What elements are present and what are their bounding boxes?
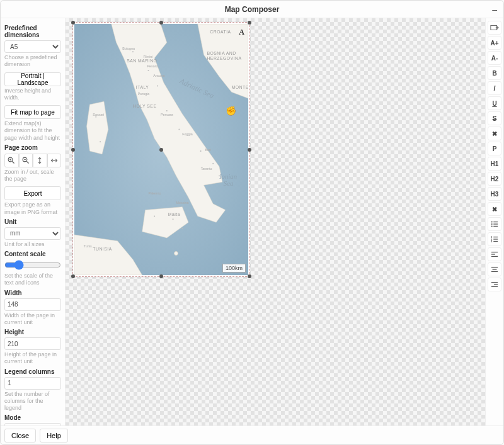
mode-label: Mode — [4, 414, 61, 421]
svg-point-25 — [200, 150, 202, 152]
content-scale-desc: Set the scale of the text and icons — [4, 273, 61, 287]
export-button[interactable]: Export — [4, 186, 61, 200]
svg-text:Rimini: Rimini — [144, 55, 153, 59]
svg-text:Messina: Messina — [176, 201, 188, 205]
underline-button[interactable]: U — [488, 96, 501, 110]
strike-button[interactable]: S — [488, 111, 501, 125]
svg-text:Sassari: Sassari — [93, 113, 104, 116]
svg-point-51 — [491, 223, 493, 225]
legend-columns-desc: Set the number of columns for the legend — [4, 391, 61, 412]
decrease-font-button[interactable]: A- — [488, 51, 501, 65]
svg-text:Tunis: Tunis — [84, 244, 92, 248]
unit-desc: Unit for all sizes — [4, 241, 61, 248]
svg-text:Bologna: Bologna — [122, 47, 135, 50]
scale-bar: 100km — [222, 264, 246, 273]
orientation-desc: Inverse height and width. — [4, 87, 61, 102]
paragraph-button[interactable]: P — [488, 142, 501, 155]
list-ol-button[interactable]: 123 — [488, 232, 501, 246]
align-right-button[interactable] — [488, 278, 501, 291]
page-zoom-label: Page zoom — [4, 144, 61, 151]
map-page[interactable]: Adriatic Sea IonianSea CROATIA BOSNIA AN… — [72, 22, 250, 277]
content-scale-label: Content scale — [4, 251, 61, 257]
remove-2-button[interactable]: ✖ — [488, 202, 501, 216]
canvas[interactable]: Adriatic Sea IonianSea CROATIA BOSNIA AN… — [65, 18, 486, 425]
svg-point-19 — [132, 51, 134, 52]
minimize-button[interactable]: – — [492, 4, 497, 14]
align-center-button[interactable] — [488, 262, 501, 276]
svg-text:SAN MARINO: SAN MARINO — [127, 59, 157, 63]
fit-map-button[interactable]: Fit map to page — [4, 105, 61, 119]
legend-columns-input[interactable] — [4, 377, 61, 390]
align-left-button[interactable] — [488, 247, 501, 261]
height-label: Height — [4, 329, 61, 335]
svg-point-32 — [100, 141, 101, 142]
fit-width-button[interactable] — [47, 154, 62, 167]
right-toolbar: A+A-BIUS✖PH1H2H3✖123 — [486, 18, 503, 425]
close-button[interactable]: Close — [4, 429, 36, 442]
svg-point-53 — [491, 225, 493, 227]
svg-point-29 — [173, 218, 174, 220]
svg-point-23 — [166, 110, 168, 111]
predefined-dimensions-label: Predefined dimensions — [4, 25, 61, 38]
width-input[interactable] — [4, 298, 61, 311]
bold-button[interactable]: B — [488, 66, 501, 80]
svg-text:Malta: Malta — [168, 212, 180, 217]
width-desc: Width of the page in current unit — [4, 312, 61, 327]
add-map-button[interactable] — [488, 21, 501, 35]
svg-text:Bari: Bari — [205, 148, 211, 152]
svg-text:3: 3 — [491, 240, 493, 243]
unit-label: Unit — [4, 218, 61, 225]
zoom-out-button[interactable] — [19, 154, 33, 167]
svg-point-26 — [212, 163, 214, 164]
heading-1-button[interactable]: H1 — [488, 157, 501, 171]
heading-2-button[interactable]: H2 — [488, 172, 501, 186]
svg-text:MONTENE: MONTENE — [232, 85, 248, 89]
svg-point-10 — [175, 252, 178, 256]
svg-text:Taranto: Taranto — [201, 167, 212, 171]
svg-text:TUNISIA: TUNISIA — [93, 247, 112, 251]
svg-point-21 — [147, 70, 149, 71]
height-input[interactable] — [4, 337, 61, 350]
titlebar: Map Composer – — [1, 1, 503, 18]
width-label: Width — [4, 290, 61, 296]
window-title: Map Composer — [225, 5, 280, 14]
zoom-out-icon — [22, 157, 30, 164]
zoom-in-button[interactable] — [4, 154, 19, 167]
page-zoom-desc: Zoom in / out, scale the page — [4, 169, 61, 183]
left-panel: Predefined dimensions A5 Choose a predef… — [1, 18, 65, 425]
svg-point-24 — [178, 128, 180, 130]
zoom-in-icon — [8, 157, 15, 164]
remove-1-button[interactable]: ✖ — [488, 127, 501, 140]
svg-line-1 — [12, 161, 14, 163]
heading-3-button[interactable]: H3 — [488, 187, 501, 201]
svg-text:Palermo: Palermo — [148, 191, 161, 195]
svg-text:Pesaro: Pesaro — [147, 64, 158, 68]
footer: Close Help — [1, 425, 503, 444]
svg-line-5 — [26, 161, 28, 163]
svg-point-20 — [143, 59, 144, 60]
svg-point-31 — [95, 116, 96, 118]
page-zoom-controls — [4, 154, 61, 167]
compass-icon: A — [239, 28, 244, 37]
predefined-dimensions-desc: Choose a predefined dimension — [4, 54, 61, 69]
height-desc: Height of the page in current unit — [4, 351, 61, 366]
italic-button[interactable]: I — [488, 81, 501, 95]
svg-text:Perugia: Perugia — [138, 92, 150, 96]
content-scale-slider[interactable] — [4, 260, 61, 270]
fit-width-icon — [50, 157, 58, 164]
orientation-toggle-button[interactable]: Portrait | Landscape — [4, 72, 61, 86]
svg-point-27 — [219, 175, 220, 176]
help-button[interactable]: Help — [40, 429, 68, 442]
fit-height-button[interactable] — [33, 154, 47, 167]
svg-point-30 — [181, 228, 183, 229]
fit-map-desc: Extend map(s) dimension to fit the page … — [4, 120, 61, 142]
svg-text:Pescara: Pescara — [161, 113, 173, 116]
increase-font-button[interactable]: A+ — [488, 36, 501, 50]
list-ul-button[interactable] — [488, 217, 501, 231]
legend-columns-label: Legend columns — [4, 368, 61, 375]
export-desc: Export page as an image in PNG format — [4, 201, 61, 216]
unit-select[interactable]: mm — [4, 227, 61, 240]
svg-point-28 — [154, 215, 155, 217]
predefined-dimensions-select[interactable]: A5 — [4, 40, 61, 53]
svg-text:CROATIA: CROATIA — [210, 30, 231, 34]
